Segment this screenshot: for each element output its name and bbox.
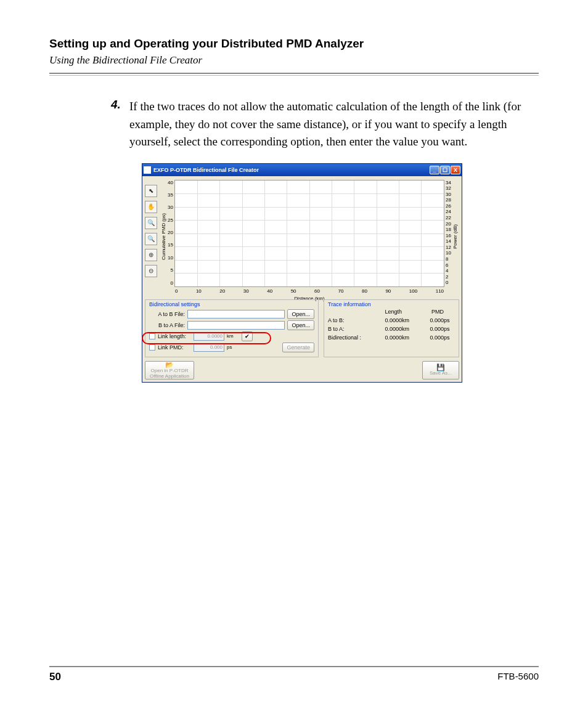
ytick: 18 bbox=[446, 227, 451, 232]
trace-row-label: Bidirectional : bbox=[328, 335, 371, 341]
link-pmd-input[interactable]: 0.000 bbox=[194, 343, 224, 352]
y-ticks-left: 40 35 30 25 20 15 10 5 0 bbox=[168, 179, 174, 296]
ytick: 20 bbox=[168, 230, 173, 235]
ytick: 16 bbox=[446, 233, 451, 238]
trace-pmd-unit: ps bbox=[444, 326, 455, 332]
titlebar[interactable]: EXFO P-OTDR Bidirectional File Creator _… bbox=[142, 164, 462, 176]
link-length-input[interactable]: 0.0000 bbox=[194, 332, 224, 341]
minimize-button[interactable]: _ bbox=[430, 166, 439, 174]
ytick: 30 bbox=[446, 192, 451, 197]
trace-pmd-value: 0.000 bbox=[417, 326, 444, 332]
ytick: 12 bbox=[446, 245, 451, 250]
open-b-to-a-button[interactable]: Open... bbox=[287, 320, 314, 330]
col-length-header: Length bbox=[371, 309, 402, 315]
generate-button[interactable]: Generate bbox=[282, 343, 314, 352]
ytick: 0 bbox=[168, 280, 173, 286]
pan-tool-icon[interactable]: ✋ bbox=[145, 201, 157, 213]
open-a-to-b-button[interactable]: Open... bbox=[287, 309, 314, 319]
ytick: 26 bbox=[446, 203, 451, 209]
open-offline-button[interactable]: 📂 Open in P-OTDR Offline Application bbox=[145, 361, 194, 379]
xtick: 60 bbox=[314, 288, 320, 294]
trace-information-panel: Trace information Length PMD A to B: 0.0… bbox=[324, 299, 459, 357]
trace-row-label: A to B: bbox=[328, 317, 371, 323]
ytick: 5 bbox=[168, 267, 173, 273]
chart-toolbar: ⬉ ✋ 🔍 🔍 ⊕ ⊖ bbox=[145, 179, 160, 296]
chart-area: Cumulative PMD (ps) 40 35 30 25 20 15 10… bbox=[160, 179, 459, 296]
ytick: 28 bbox=[446, 197, 451, 203]
link-pmd-checkbox[interactable] bbox=[149, 344, 155, 351]
header-rule bbox=[49, 73, 539, 74]
zoom-out-tool-icon[interactable]: ⊖ bbox=[145, 265, 157, 277]
ytick: 8 bbox=[446, 256, 451, 262]
ytick: 24 bbox=[446, 209, 451, 214]
page-footer: 50 FTB-5600 bbox=[49, 666, 539, 683]
a-to-b-file-input[interactable] bbox=[187, 310, 285, 318]
link-length-checkbox[interactable] bbox=[149, 333, 155, 339]
header-rule-thin bbox=[49, 75, 539, 76]
a-to-b-file-label: A to B File: bbox=[149, 311, 185, 317]
trace-length-unit: km bbox=[402, 335, 417, 341]
close-button[interactable]: X bbox=[451, 166, 460, 174]
ytick: 10 bbox=[168, 255, 173, 261]
app-icon bbox=[144, 166, 151, 174]
y-axis-right-label: Power (dB) bbox=[451, 224, 459, 249]
xtick: 70 bbox=[338, 288, 344, 294]
b-to-a-file-label: B to A File: bbox=[149, 322, 185, 328]
trace-pmd-value: 0.000 bbox=[417, 335, 444, 341]
step-number: 4. bbox=[111, 98, 129, 151]
model-number: FTB-5600 bbox=[497, 671, 539, 683]
page-heading: Setting up and Operating your Distribute… bbox=[49, 37, 539, 51]
plot-canvas[interactable]: 0102030405060708090100110 Distance (km) bbox=[174, 180, 444, 287]
ytick: 4 bbox=[446, 268, 451, 274]
b-to-a-file-input[interactable] bbox=[187, 321, 285, 330]
trace-length-value: 0.0000 bbox=[371, 317, 402, 323]
step-block: 4. If the two traces do not allow the au… bbox=[111, 98, 535, 151]
trace-pmd-value: 0.000 bbox=[417, 317, 444, 323]
y-axis-left-label: Cumulative PMD (ps) bbox=[160, 213, 168, 260]
trace-length-unit: km bbox=[402, 326, 417, 332]
zoom-in-tool-icon[interactable]: ⊕ bbox=[145, 249, 157, 261]
link-length-apply-button[interactable]: ✔ bbox=[242, 331, 253, 341]
window-title: EXFO P-OTDR Bidirectional File Creator bbox=[153, 167, 430, 173]
footer-rule bbox=[49, 666, 539, 667]
zoom-region-tool-icon[interactable]: 🔍 bbox=[145, 233, 157, 245]
page-subheading: Using the Bidirectional File Creator bbox=[49, 54, 539, 67]
xtick: 30 bbox=[243, 288, 249, 294]
xtick: 110 bbox=[436, 288, 444, 294]
col-pmd-header: PMD bbox=[417, 309, 444, 315]
open-offline-label: Open in P-OTDR Offline Application bbox=[145, 368, 194, 379]
link-pmd-unit: ps bbox=[227, 344, 239, 350]
ytick: 34 bbox=[446, 180, 451, 185]
ytick: 35 bbox=[168, 192, 173, 198]
xtick: 40 bbox=[267, 288, 272, 294]
trace-length-value: 0.0000 bbox=[371, 326, 402, 332]
xtick: 80 bbox=[362, 288, 367, 294]
pointer-tool-icon[interactable]: ⬉ bbox=[145, 185, 157, 197]
save-as-button[interactable]: 💾 Save As... bbox=[422, 361, 459, 379]
ytick: 0 bbox=[446, 280, 451, 285]
trace-row-label: B to A: bbox=[328, 326, 371, 332]
maximize-button[interactable]: ☐ bbox=[440, 166, 450, 174]
ytick: 20 bbox=[446, 221, 451, 227]
trace-length-unit: km bbox=[402, 317, 417, 323]
ytick: 14 bbox=[446, 238, 451, 244]
link-pmd-label: Link PMD: bbox=[158, 344, 191, 351]
xtick: 10 bbox=[196, 288, 202, 294]
ytick: 22 bbox=[446, 215, 451, 221]
ytick: 40 bbox=[168, 180, 173, 185]
page-number: 50 bbox=[49, 671, 61, 683]
ytick: 32 bbox=[446, 185, 451, 191]
link-length-unit: km bbox=[227, 333, 239, 339]
xtick: 0 bbox=[175, 288, 178, 294]
trace-length-value: 0.0000 bbox=[371, 335, 402, 341]
ytick: 30 bbox=[168, 205, 173, 210]
trace-pmd-unit: ps bbox=[444, 335, 455, 341]
xtick: 90 bbox=[385, 288, 391, 294]
ytick: 10 bbox=[446, 250, 451, 256]
xtick: 100 bbox=[409, 288, 417, 294]
xtick: 50 bbox=[291, 288, 296, 294]
link-length-label: Link length: bbox=[158, 333, 191, 339]
x-ticks: 0102030405060708090100110 bbox=[175, 288, 444, 294]
zoom-tool-icon[interactable]: 🔍 bbox=[145, 217, 157, 229]
trace-panel-title: Trace information bbox=[328, 301, 455, 307]
